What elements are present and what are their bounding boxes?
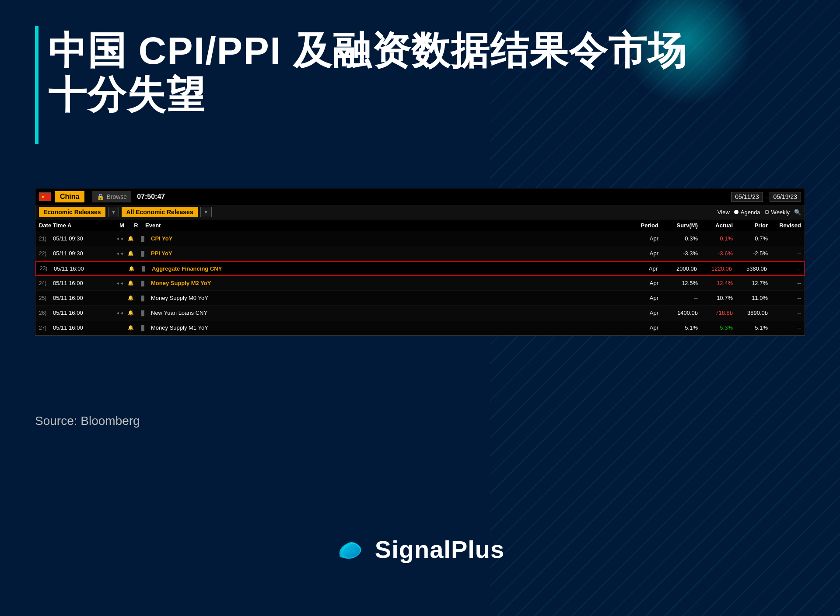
- flag-star: ★: [41, 194, 45, 199]
- row-event: Money Supply M2 YoY: [149, 280, 630, 286]
- table-row[interactable]: 22) 05/11 09:30 ◄◄ 🔔 ▐▌ PPI YoY Apr -3.3…: [35, 246, 805, 261]
- row-period: Apr: [630, 310, 660, 316]
- date-from: 05/11/23: [731, 192, 763, 202]
- bar-chart-icon: ▐▌: [136, 325, 149, 331]
- table-row[interactable]: 26) 05/11 16:00 ◄◄ 🔔 ▐▌ New Yuan Loans C…: [35, 306, 805, 320]
- row-date: 05/11 16:00: [53, 295, 114, 301]
- row-date: 05/11 09:30: [53, 235, 114, 242]
- bar-chart-icon: ▐▌: [136, 251, 149, 256]
- chevron-down-icon-2: ▼: [203, 209, 209, 215]
- row-revised: --: [770, 250, 805, 257]
- row-actual: 718.8b: [700, 310, 735, 316]
- header-r: R: [130, 222, 143, 229]
- terminal-browse[interactable]: 🔒 Browse: [92, 191, 131, 202]
- row-number: 25): [35, 295, 53, 301]
- header-revised: Revised: [770, 222, 805, 229]
- bar-chart-icon: ▐▌: [136, 281, 149, 286]
- bell-icon: 🔔: [125, 295, 136, 301]
- row-actual: -3.6%: [700, 250, 735, 257]
- row-revised: --: [769, 265, 804, 272]
- header-surv: Surv(M): [660, 222, 700, 229]
- date-separator: -: [765, 193, 767, 200]
- row-date: 05/11 16:00: [53, 280, 114, 286]
- row-revised: --: [770, 280, 805, 286]
- row-event: Aggregate Financing CNY: [150, 265, 629, 272]
- row-event: Money Supply M0 YoY: [149, 295, 630, 301]
- row-date: 05/11 16:00: [53, 310, 114, 316]
- bar-chart-icon: ▐▌: [137, 266, 150, 271]
- bell-icon: 🔔: [125, 280, 136, 286]
- row-event: PPI YoY: [149, 250, 630, 257]
- view-options: View Agenda Weekly 🔍: [718, 209, 801, 216]
- row-period: Apr: [630, 280, 660, 286]
- agenda-radio-dot: [734, 210, 738, 214]
- terminal-time: 07:50:47: [137, 193, 165, 201]
- weekly-radio-dot: [765, 210, 769, 214]
- row-actual: 5.3%: [700, 324, 735, 331]
- row-period: Apr: [630, 250, 660, 257]
- row-number: 24): [35, 280, 53, 286]
- header-datetime: Date Time A: [35, 222, 114, 229]
- row-prior: 12.7%: [735, 280, 770, 286]
- sound-icon: ◄◄: [114, 311, 125, 315]
- header-actual: Actual: [700, 222, 735, 229]
- row-surv: 0.3%: [660, 235, 700, 242]
- bar-chart-icon: ▐▌: [136, 296, 149, 301]
- row-number: 26): [35, 310, 53, 316]
- browse-label: Browse: [106, 193, 127, 200]
- row-event: New Yuan Loans CNY: [149, 310, 630, 316]
- chevron-down-icon: ▼: [111, 209, 116, 215]
- logo-area: SignalPlus: [336, 535, 504, 564]
- weekly-radio[interactable]: Weekly: [765, 209, 790, 216]
- data-rows: 21) 05/11 09:30 ◄◄ 🔔 ▐▌ CPI YoY Apr 0.3%…: [35, 231, 805, 335]
- row-date: 05/11 16:00: [53, 324, 114, 331]
- china-flag: ★: [39, 192, 51, 201]
- row-surv: 5.1%: [660, 324, 700, 331]
- table-row[interactable]: 23) 05/11 16:00 🔔 ▐▌ Aggregate Financing…: [35, 261, 805, 276]
- search-icon[interactable]: 🔍: [794, 209, 801, 216]
- row-prior: 5.1%: [735, 324, 770, 331]
- weekly-label: Weekly: [771, 209, 790, 216]
- logo-text: SignalPlus: [375, 535, 504, 564]
- releases-label: Economic Releases: [39, 207, 105, 217]
- row-prior: 0.7%: [735, 235, 770, 242]
- source-text: Source: Bloomberg: [35, 414, 140, 428]
- bar-chart-icon: ▐▌: [136, 236, 149, 241]
- table-row[interactable]: 21) 05/11 09:30 ◄◄ 🔔 ▐▌ CPI YoY Apr 0.3%…: [35, 231, 805, 246]
- agenda-radio[interactable]: Agenda: [734, 209, 760, 216]
- row-prior: -2.5%: [735, 250, 770, 257]
- row-event: CPI YoY: [149, 235, 630, 242]
- bell-icon: 🔔: [125, 310, 136, 316]
- header-m: M: [114, 222, 130, 229]
- row-actual: 0.1%: [700, 235, 735, 242]
- header-prior: Prior: [735, 222, 770, 229]
- releases-dropdown[interactable]: ▼: [108, 207, 119, 217]
- table-row[interactable]: 24) 05/11 16:00 ◄◄ 🔔 ▐▌ Money Supply M2 …: [35, 276, 805, 291]
- row-number: 21): [35, 236, 53, 242]
- bell-icon: 🔔: [125, 236, 136, 241]
- row-number: 23): [36, 265, 54, 271]
- header-event: Event: [143, 222, 630, 229]
- row-prior: 11.0%: [735, 295, 770, 301]
- terminal-headers: Date Time A M R Event Period Surv(M) Act…: [35, 219, 805, 231]
- sound-icon: ◄◄: [114, 251, 125, 256]
- table-row[interactable]: 25) 05/11 16:00 🔔 ▐▌ Money Supply M0 YoY…: [35, 291, 805, 306]
- table-row[interactable]: 27) 05/11 16:00 🔔 ▐▌ Money Supply M1 YoY…: [35, 320, 805, 335]
- title-line1: 中国 CPI/PPI 及融资数据结果令市场: [48, 28, 687, 73]
- row-revised: --: [770, 310, 805, 316]
- row-surv: 2000.0b: [659, 265, 699, 272]
- signalplus-logo-icon: [336, 537, 366, 561]
- row-actual: 12.4%: [700, 280, 735, 286]
- bell-icon: 🔔: [126, 266, 137, 271]
- bar-chart-icon: ▐▌: [136, 310, 149, 316]
- date-to: 05/19/23: [770, 192, 802, 202]
- row-number: 22): [35, 251, 53, 257]
- all-releases-dropdown[interactable]: ▼: [200, 207, 212, 217]
- row-surv: 1400.0b: [660, 310, 700, 316]
- row-period: Apr: [630, 324, 660, 331]
- main-title: 中国 CPI/PPI 及融资数据结果令市场 十分失望: [48, 28, 687, 117]
- terminal-country: China: [55, 191, 84, 202]
- terminal-dates: 05/11/23 - 05/19/23: [731, 192, 801, 202]
- header-period: Period: [630, 222, 660, 229]
- row-prior: 3890.0b: [735, 310, 770, 316]
